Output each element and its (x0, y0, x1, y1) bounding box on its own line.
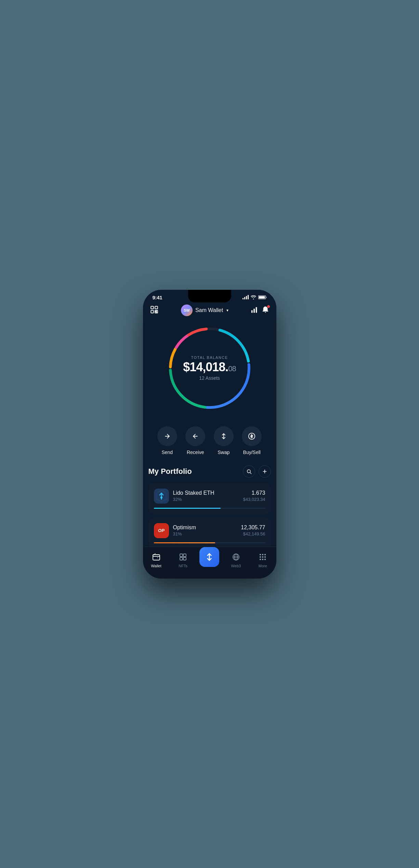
optimism-icon: OP (154, 523, 169, 538)
svg-rect-9 (254, 309, 255, 313)
svg-rect-28 (153, 555, 160, 560)
svg-rect-8 (251, 310, 253, 312)
svg-rect-31 (180, 557, 183, 560)
optimism-amount: 12,305.77 (241, 524, 265, 531)
svg-rect-40 (260, 556, 261, 558)
chart-icon[interactable] (251, 306, 258, 315)
wallet-nav-label: Wallet (151, 564, 161, 568)
swap-icon (214, 426, 234, 446)
lido-progress-bar (154, 508, 265, 509)
lido-info: Lido Staked ETH 32% (173, 490, 239, 502)
chevron-down-icon: ▾ (226, 308, 228, 313)
asset-card-optimism[interactable]: OP Optimism 31% 12,305.77 $42,149.56 (148, 518, 271, 549)
svg-rect-41 (262, 556, 263, 558)
balance-ring: TOTAL BALANCE $14,018.08 12 Assets (165, 324, 254, 413)
balance-label: TOTAL BALANCE (183, 355, 236, 360)
svg-rect-4 (151, 310, 154, 313)
asset-row: Lido Staked ETH 32% 1.673 $43,023.34 (154, 489, 265, 504)
notification-badge (267, 305, 270, 308)
asset-row: OP Optimism 31% 12,305.77 $42,149.56 (154, 523, 265, 538)
svg-rect-39 (264, 554, 266, 555)
lido-values: 1.673 $43,023.34 (243, 490, 265, 502)
lido-progress-fill (154, 508, 221, 509)
buysell-icon (242, 426, 262, 446)
portfolio-title: My Portfolio (148, 467, 192, 476)
battery-icon (258, 295, 267, 299)
asset-card-lido[interactable]: Lido Staked ETH 32% 1.673 $43,023.34 (148, 483, 271, 514)
optimism-info: Optimism 31% (173, 524, 237, 536)
svg-rect-37 (260, 554, 261, 555)
svg-rect-42 (264, 556, 266, 558)
wallet-name: Sam Wallet (195, 307, 223, 313)
svg-rect-44 (262, 559, 263, 560)
svg-line-23 (250, 472, 251, 474)
wallet-nav-icon (152, 553, 160, 562)
svg-rect-1 (259, 296, 265, 299)
more-nav-icon (259, 553, 267, 562)
svg-rect-5 (155, 310, 156, 311)
svg-rect-43 (260, 559, 261, 560)
action-buttons: Send Receive (143, 419, 276, 462)
notifications-button[interactable] (262, 306, 269, 315)
nfts-nav-icon (179, 553, 187, 562)
svg-rect-7 (155, 312, 156, 313)
balance-section: TOTAL BALANCE $14,018.08 12 Assets (143, 320, 276, 419)
search-button[interactable] (243, 465, 255, 478)
receive-button[interactable]: Receive (185, 426, 205, 455)
web3-nav-label: Web3 (231, 564, 241, 568)
optimism-name: Optimism (173, 524, 237, 531)
svg-rect-2 (151, 306, 154, 309)
lido-name: Lido Staked ETH (173, 490, 239, 496)
avatar: SW (181, 305, 193, 316)
status-icons (243, 295, 267, 299)
svg-rect-45 (264, 559, 266, 560)
svg-rect-29 (180, 554, 183, 557)
lido-icon (154, 489, 169, 504)
svg-rect-38 (262, 554, 263, 555)
send-button[interactable]: Send (157, 426, 177, 455)
swap-label: Swap (218, 450, 230, 455)
buysell-label: Buy/Sell (243, 450, 261, 455)
svg-rect-3 (155, 306, 158, 309)
web3-nav-icon (232, 553, 240, 562)
optimism-progress-fill (154, 542, 215, 543)
lido-amount: 1.673 (243, 490, 265, 496)
scan-icon[interactable] (150, 305, 159, 315)
svg-rect-30 (183, 554, 186, 557)
optimism-values: 12,305.77 $42,149.56 (241, 524, 265, 536)
nfts-nav-label: NFTs (179, 564, 187, 568)
balance-assets: 12 Assets (183, 375, 236, 381)
swap-button[interactable]: Swap (214, 426, 234, 455)
send-icon (157, 426, 177, 446)
portfolio-section: My Portfolio (143, 462, 276, 559)
signal-icon (243, 295, 249, 299)
svg-rect-32 (183, 557, 186, 560)
svg-point-27 (160, 496, 162, 498)
add-asset-button[interactable] (259, 465, 271, 478)
lido-pct: 32% (173, 497, 239, 502)
status-time: 9:41 (153, 295, 162, 300)
balance-info: TOTAL BALANCE $14,018.08 12 Assets (183, 355, 236, 381)
nav-more[interactable]: More (252, 553, 273, 568)
nav-swap-center[interactable] (199, 547, 219, 567)
receive-icon (185, 426, 205, 446)
wifi-icon (251, 295, 256, 299)
wallet-selector[interactable]: SW Sam Wallet ▾ (181, 305, 228, 316)
optimism-progress-bar (154, 542, 265, 543)
app-header: SW Sam Wallet ▾ (143, 300, 276, 320)
optimism-pct: 31% (173, 531, 237, 536)
svg-rect-10 (256, 307, 257, 313)
buysell-button[interactable]: Buy/Sell (242, 426, 262, 455)
optimism-usd: $42,149.56 (241, 531, 265, 536)
portfolio-header: My Portfolio (148, 465, 271, 478)
bottom-nav: Wallet NFTs (143, 547, 276, 579)
nav-wallet[interactable]: Wallet (146, 553, 167, 568)
lido-usd: $43,023.34 (243, 497, 265, 502)
more-nav-label: More (259, 564, 267, 568)
send-label: Send (161, 450, 173, 455)
nav-web3[interactable]: Web3 (226, 553, 246, 568)
nav-nfts[interactable]: NFTs (173, 553, 193, 568)
balance-amount: $14,018.08 (183, 361, 236, 373)
receive-label: Receive (187, 450, 204, 455)
portfolio-actions (243, 465, 271, 478)
